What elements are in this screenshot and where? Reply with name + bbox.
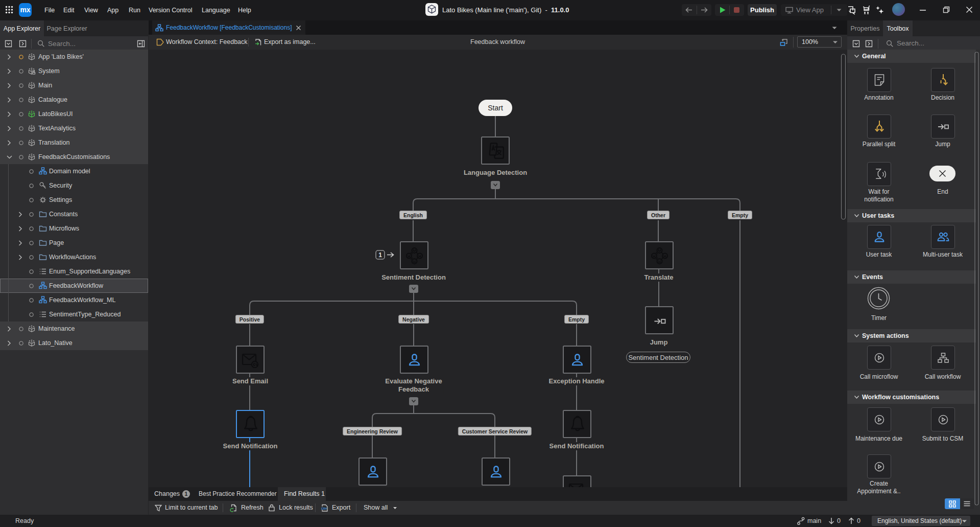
svg-text:CSV: CSV bbox=[321, 507, 327, 510]
svg-text:1: 1 bbox=[378, 251, 382, 259]
